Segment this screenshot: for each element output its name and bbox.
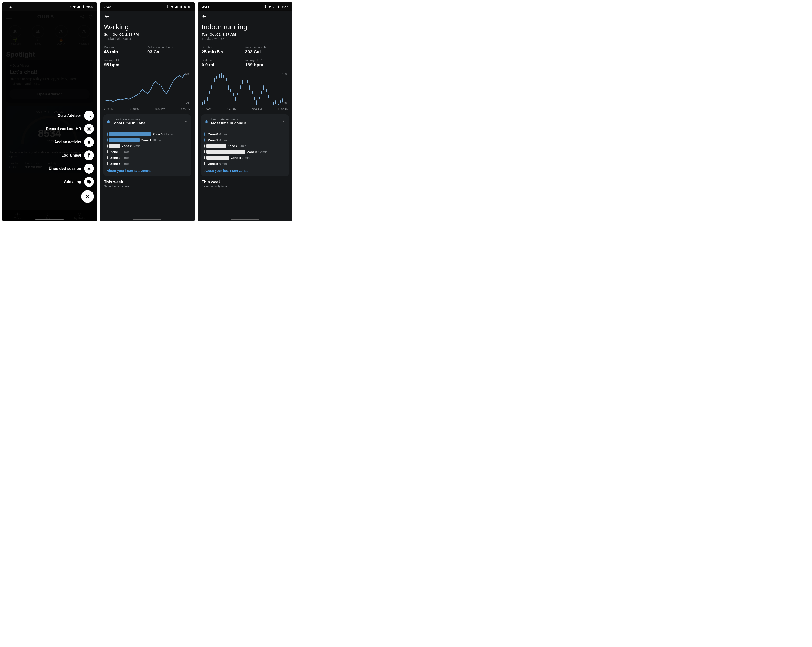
metric-value: 302 Cal (245, 49, 288, 55)
metric-value: 0.0 mi (201, 62, 245, 67)
tag-icon[interactable] (84, 177, 94, 187)
bars-icon (107, 119, 111, 124)
status-icons (264, 5, 281, 9)
activity-title: Indoor running (198, 23, 292, 31)
fork-icon[interactable] (84, 150, 94, 160)
zone-value: 0 min (219, 162, 227, 165)
activity-source: Tracked with Oura (100, 37, 194, 44)
metric: Duration43 min (104, 44, 147, 57)
activity-source: Tracked with Oura (198, 37, 292, 44)
fab-label: Unguided session (49, 167, 81, 171)
zone-value: 12 min (258, 150, 267, 154)
flame-icon[interactable] (84, 137, 94, 147)
zone-name: Zone 3 (247, 150, 257, 154)
zone-tick (205, 133, 205, 136)
zone-tick (107, 138, 108, 142)
bars-icon (205, 119, 209, 124)
battery-icon (82, 5, 85, 9)
fab-item-fork[interactable]: Log a meal (61, 150, 94, 160)
back-button[interactable] (198, 11, 292, 23)
record-icon[interactable] (84, 124, 94, 134)
chevron-up-icon[interactable] (184, 119, 188, 124)
heart-rate-summary-card[interactable]: Heart rate summary Most time in Zone 3 Z… (201, 114, 289, 176)
chevron-up-icon[interactable] (281, 119, 285, 124)
status-battery: 69% (184, 5, 190, 9)
heart-rate-summary-card[interactable]: Heart rate summary Most time in Zone 0 Z… (104, 114, 191, 176)
status-bar: 3:49 69% (2, 2, 97, 11)
phone-screenshot-3: 3:49 69% Indoor running Tue, Oct 08, 9:3… (198, 2, 292, 221)
zone-name: Zone 2 (228, 144, 238, 148)
fab-item-meditate[interactable]: Unguided session (49, 164, 94, 174)
svg-text:120: 120 (282, 102, 287, 105)
status-battery: 69% (86, 5, 93, 9)
status-bar: 3:49 69% (198, 2, 292, 11)
svg-text:123: 123 (185, 73, 189, 76)
fab-item-sparkle[interactable]: Oura Advisor (57, 111, 94, 121)
zone-row: Zone 26 min (205, 144, 285, 148)
zone-row: Zone 50 min (107, 161, 188, 166)
zone-value: 0 min (122, 162, 129, 165)
metric: Active calorie burn302 Cal (245, 44, 288, 57)
svg-rect-11 (107, 121, 108, 122)
about-zones-link[interactable]: About your heart rate zones (107, 169, 188, 173)
home-indicator (35, 219, 64, 220)
fab-item-record[interactable]: Record workout HR (46, 124, 94, 134)
zone-bar (206, 144, 226, 148)
zone-tick (205, 138, 205, 142)
hrs-headline: Most time in Zone 3 (211, 121, 246, 125)
meditate-icon[interactable] (84, 164, 94, 174)
fab-item-tag[interactable]: Add a tag (64, 177, 94, 187)
battery-icon (277, 5, 281, 9)
metric-value: 25 min 5 s (201, 49, 245, 55)
svg-rect-12 (108, 120, 109, 122)
metric: Distance0.0 mi (201, 57, 245, 70)
fab-item-flame[interactable]: Add an activity (54, 137, 94, 147)
home-indicator (133, 219, 162, 220)
metric-label: Active calorie burn (147, 45, 191, 49)
fab-close[interactable] (81, 190, 94, 203)
zone-name: Zone 5 (208, 162, 218, 165)
svg-text:79: 79 (186, 102, 189, 105)
fab-label: Record workout HR (46, 127, 81, 131)
svg-rect-53 (206, 120, 206, 122)
zone-row: Zone 47 min (205, 155, 285, 160)
status-battery: 69% (282, 5, 288, 9)
zone-row: Zone 30 min (107, 150, 188, 154)
about-zones-link[interactable]: About your heart rate zones (205, 169, 285, 173)
zone-tick (205, 156, 205, 159)
zone-bar (206, 150, 245, 154)
metric-value: 139 bpm (245, 62, 288, 67)
zone-bar (108, 138, 139, 142)
zone-name: Zone 5 (110, 162, 121, 165)
this-week-section: This week Saved activity time (198, 176, 292, 188)
metric-label: Duration (104, 45, 147, 49)
signal-icon (175, 5, 178, 9)
tick-label: 9:45 AM (227, 108, 236, 110)
zone-name: Zone 3 (110, 150, 121, 154)
fab-menu-overlay[interactable]: Oura AdvisorRecord workout HRAdd an acti… (2, 11, 97, 221)
metric-label: Duration (201, 45, 245, 49)
svg-point-7 (89, 167, 90, 168)
back-button[interactable] (100, 11, 194, 23)
zone-tick (107, 133, 108, 136)
signal-icon (273, 5, 276, 9)
zone-name: Zone 4 (110, 156, 121, 160)
tick-label: 3:22 PM (181, 108, 191, 110)
zone-bar (206, 156, 229, 160)
sparkle-icon[interactable] (84, 111, 94, 121)
phone-screenshot-2: 3:48 69% Walking Sun, Oct 06, 2:39 PM Tr… (100, 2, 194, 221)
activity-title: Walking (100, 23, 194, 31)
tick-label: 9:37 AM (201, 108, 211, 110)
close-icon[interactable] (81, 190, 94, 203)
tick-label: 9:54 AM (252, 108, 261, 110)
zone-row: Zone 00 min (205, 132, 285, 136)
svg-rect-54 (207, 121, 208, 122)
fab-label: Log a meal (61, 153, 81, 158)
metric-label: Average HR (104, 58, 147, 62)
zone-row: Zone 10 min (205, 138, 285, 142)
signal-icon (77, 5, 81, 9)
zone-value: 0 min (122, 150, 129, 154)
metric-label: Active calorie burn (245, 45, 288, 49)
bluetooth-icon (166, 5, 169, 9)
wifi-icon (73, 5, 76, 9)
